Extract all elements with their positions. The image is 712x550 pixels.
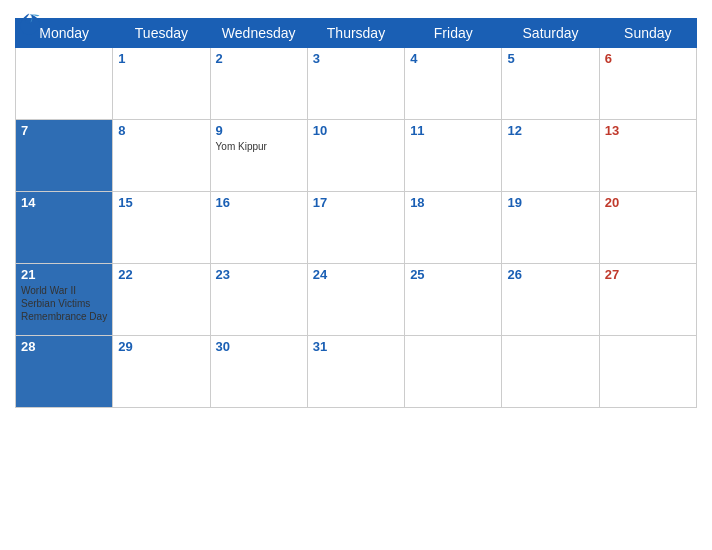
- calendar-grid: Monday Tuesday Wednesday Thursday Friday…: [15, 18, 697, 408]
- logo: [15, 10, 45, 38]
- logo-area: [15, 10, 45, 38]
- day-number: 13: [605, 123, 691, 138]
- table-row: 10: [307, 120, 404, 192]
- day-number: 7: [21, 123, 107, 138]
- day-number: 1: [118, 51, 204, 66]
- day-number: 28: [21, 339, 107, 354]
- day-number: 26: [507, 267, 593, 282]
- table-row: [502, 336, 599, 408]
- day-number: 20: [605, 195, 691, 210]
- day-number: 30: [216, 339, 302, 354]
- day-number: 17: [313, 195, 399, 210]
- day-number: 31: [313, 339, 399, 354]
- day-number: 19: [507, 195, 593, 210]
- day-number: 23: [216, 267, 302, 282]
- week-row-2: 7 8 9Yom Kippur 10 11 12 13: [16, 120, 697, 192]
- day-number: 22: [118, 267, 204, 282]
- day-number: 12: [507, 123, 593, 138]
- table-row: 14: [16, 192, 113, 264]
- header-saturday: Saturday: [502, 19, 599, 48]
- table-row: 13: [599, 120, 696, 192]
- table-row: 19: [502, 192, 599, 264]
- table-row: 28: [16, 336, 113, 408]
- day-number: 2: [216, 51, 302, 66]
- day-number: 27: [605, 267, 691, 282]
- table-row: 29: [113, 336, 210, 408]
- day-header-row: Monday Tuesday Wednesday Thursday Friday…: [16, 19, 697, 48]
- table-row: 25: [405, 264, 502, 336]
- table-row: 12: [502, 120, 599, 192]
- header-friday: Friday: [405, 19, 502, 48]
- week-row-3: 14 15 16 17 18 19 20: [16, 192, 697, 264]
- table-row: 22: [113, 264, 210, 336]
- table-row: 15: [113, 192, 210, 264]
- week-row-1: 1 2 3 4 5 6: [16, 48, 697, 120]
- event-text: Yom Kippur: [216, 140, 302, 153]
- table-row: 17: [307, 192, 404, 264]
- table-row: [16, 48, 113, 120]
- day-number: 15: [118, 195, 204, 210]
- table-row: 21 World War II Serbian Victims Remembra…: [16, 264, 113, 336]
- day-number: 25: [410, 267, 496, 282]
- table-row: 5: [502, 48, 599, 120]
- day-number: 29: [118, 339, 204, 354]
- day-number: 14: [21, 195, 107, 210]
- event-text: World War II Serbian Victims Remembrance…: [21, 284, 107, 323]
- table-row: 27: [599, 264, 696, 336]
- day-number: 6: [605, 51, 691, 66]
- table-row: [599, 336, 696, 408]
- table-row: 16: [210, 192, 307, 264]
- table-row: [405, 336, 502, 408]
- table-row: 18: [405, 192, 502, 264]
- table-row: 6: [599, 48, 696, 120]
- day-number: 16: [216, 195, 302, 210]
- day-number: 8: [118, 123, 204, 138]
- table-row: 26: [502, 264, 599, 336]
- calendar-container: Monday Tuesday Wednesday Thursday Friday…: [0, 0, 712, 550]
- table-row: 11: [405, 120, 502, 192]
- header-sunday: Sunday: [599, 19, 696, 48]
- table-row: 7: [16, 120, 113, 192]
- day-number: 24: [313, 267, 399, 282]
- table-row: 3: [307, 48, 404, 120]
- table-row: 24: [307, 264, 404, 336]
- table-row: 2: [210, 48, 307, 120]
- day-number: 4: [410, 51, 496, 66]
- day-number: 5: [507, 51, 593, 66]
- day-number: 21: [21, 267, 107, 282]
- day-number: 18: [410, 195, 496, 210]
- table-row: 4: [405, 48, 502, 120]
- logo-bird-icon: [15, 10, 43, 38]
- table-row: 1: [113, 48, 210, 120]
- day-number: 11: [410, 123, 496, 138]
- day-number: 9: [216, 123, 302, 138]
- table-row: 9Yom Kippur: [210, 120, 307, 192]
- table-row: 20: [599, 192, 696, 264]
- week-row-4: 21 World War II Serbian Victims Remembra…: [16, 264, 697, 336]
- table-row: 30: [210, 336, 307, 408]
- header-wednesday: Wednesday: [210, 19, 307, 48]
- week-row-5: 28 29 30 31: [16, 336, 697, 408]
- day-number: 10: [313, 123, 399, 138]
- table-row: 8: [113, 120, 210, 192]
- header-thursday: Thursday: [307, 19, 404, 48]
- table-row: 23: [210, 264, 307, 336]
- table-row: 31: [307, 336, 404, 408]
- header-tuesday: Tuesday: [113, 19, 210, 48]
- day-number: 3: [313, 51, 399, 66]
